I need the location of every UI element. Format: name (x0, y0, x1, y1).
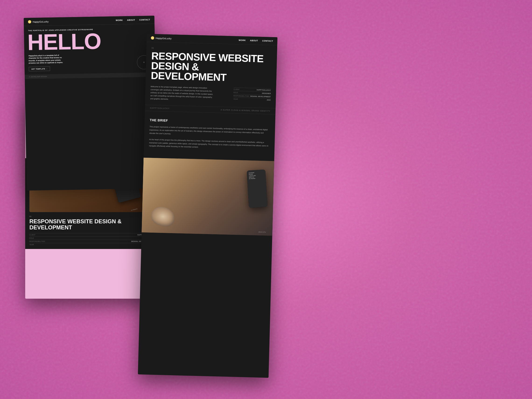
hero-section: THE PORTFOLIO OF JOHN APPLESEED CREATIVE… (24, 24, 155, 52)
project-main-title: RESPONSIVE WEBSITE DESIGN & DEVELOPMENT (151, 51, 272, 83)
nav-links-right: WORK ABOUT CONTACT (239, 39, 273, 42)
get-template-button[interactable]: GET TEMPLATE → (29, 66, 50, 71)
meta-responsibilities: RESPONSIBILITIES DESIGN, DEVELOPMENT (29, 240, 152, 243)
project-number: 01 (29, 215, 152, 217)
logo-icon: ☺ (28, 20, 31, 23)
project-meta-col: CLIENT HAPPYGOLUCKY ROLE DESIGNER RESPON… (233, 88, 271, 103)
project-description: Welcome to the project template page, wh… (150, 85, 216, 102)
hero-title: HELLO (27, 31, 151, 52)
nav-about-right[interactable]: ABOUT (250, 39, 258, 42)
meta-year: YEAR 2023 (29, 243, 152, 246)
brief-title: THE BRIEF (150, 118, 270, 125)
project-title-01: RESPONSIVE WEBSITE DESIGN & DEVELOPMENT (29, 218, 152, 231)
scroll-text-circle: SCROLL DOWN • SCROLL DOWN • (137, 56, 140, 58)
card-project-detail: ☺ HappyGoLucky WORK ABOUT CONTACT 01 RES… (138, 34, 278, 378)
meta-client: CLIENT HAPPYGOLUCKY (29, 233, 152, 236)
brief-paragraph-1: This project represents a fusion of cont… (149, 125, 270, 138)
footer-left: © JACKELDER DESIGN (29, 76, 47, 77)
project-image-bottom: Art Directed Mockups Collection (05) A/W… (142, 158, 274, 236)
phone-screen: Art Directed Mockups Collection (05) A/W… (247, 169, 268, 208)
phone-text: Art Directed Mockups Collection (05) A/W… (249, 171, 264, 180)
brand-name: HAPPYGOLUCKY (150, 107, 170, 110)
project-meta-right: CLIENT HAPPYGOLUCKY ROLE DESIGNER RESPON… (233, 88, 271, 101)
meta-year-right: YEAR 2023 (233, 97, 271, 101)
scroll-down-icon (143, 61, 145, 63)
nav-work-right[interactable]: WORK (239, 39, 246, 42)
meta-role: ROLE DESIGNER (29, 236, 152, 240)
project-hero: 01 RESPONSIVE WEBSITE DESIGN & DEVELOPME… (145, 42, 277, 108)
logo-left: ☺ HappyGoLucky (28, 20, 49, 24)
hero-description: HappyGoLucky® is a template full of char… (28, 54, 66, 64)
brief-paragraph-2: At the heart of this project lies the ph… (149, 138, 270, 151)
logo-right: ☺ HappyGoLucky (151, 36, 172, 40)
nav-contact-right[interactable]: CONTACT (262, 40, 273, 42)
nav-work[interactable]: WORK (116, 19, 123, 22)
nav-contact[interactable]: CONTACT (139, 19, 150, 21)
nav-links-left: WORK ABOUT CONTACT (116, 19, 150, 21)
project-content-row: Welcome to the project template page, wh… (150, 85, 271, 103)
svg-text:SCROLL DOWN • SCROLL DOWN •: SCROLL DOWN • SCROLL DOWN • (137, 56, 140, 58)
card-portfolio-homepage: ☺ HappyGoLucky WORK ABOUT CONTACT THE PO… (24, 16, 158, 191)
project-desc-col: Welcome to the project template page, wh… (150, 85, 229, 102)
brief-section: THE BRIEF This project represents a fusi… (144, 111, 275, 161)
hero-left-col: HappyGoLucky® is a template full of char… (28, 54, 66, 71)
logo-icon-right: ☺ (151, 36, 154, 39)
project-detail-content: 01 RESPONSIVE WEBSITE DESIGN & DEVELOPME… (150, 47, 272, 103)
nav-about[interactable]: ABOUT (127, 19, 135, 21)
phone-label: Iphone 14 Pro (259, 231, 266, 233)
brand-tagline: A SUPER CLEAN & MINIMAL BRAND IDENTITY (221, 109, 270, 113)
phone-mockup: Art Directed Mockups Collection (05) A/W… (247, 169, 268, 208)
project-meta-table: CLIENT HAPPYGOLUCKY ROLE DESIGNER RESPON… (29, 233, 152, 246)
